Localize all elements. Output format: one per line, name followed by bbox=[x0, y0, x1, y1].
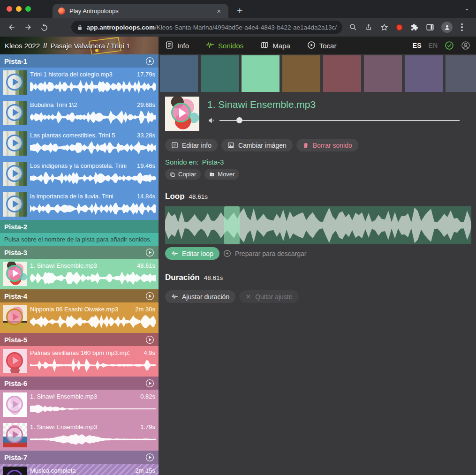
track-header-pista-5[interactable]: Pista-5 bbox=[0, 333, 159, 346]
zoom-window-button[interactable] bbox=[25, 6, 31, 12]
clip-row[interactable]: 1. Sinawi Ensemble.mp30.82s bbox=[0, 390, 159, 420]
volume-slider[interactable] bbox=[219, 120, 460, 121]
close-window-button[interactable] bbox=[7, 6, 12, 12]
track-header-pista-7[interactable]: Pista-7 bbox=[0, 451, 159, 464]
zoom-search-icon[interactable] bbox=[349, 23, 357, 31]
clip-row[interactable]: Las plantas comestibles. Trini 533.28s bbox=[0, 128, 159, 159]
track-play-icon[interactable] bbox=[145, 453, 154, 462]
remove-adjust-button[interactable]: Quitar ajuste bbox=[239, 290, 298, 303]
clip-artwork[interactable] bbox=[3, 131, 27, 156]
bookmark-star-icon[interactable] bbox=[380, 23, 389, 32]
clip-artwork[interactable] bbox=[3, 162, 27, 186]
track-header-pista-2[interactable]: Pista-2 bbox=[0, 220, 159, 233]
track-color-swatch[interactable] bbox=[323, 55, 361, 92]
delete-sound-button[interactable]: Borrar sonido bbox=[296, 139, 358, 151]
track-color-swatch[interactable] bbox=[405, 55, 443, 92]
clip-play-icon[interactable] bbox=[6, 470, 23, 475]
tab-info[interactable]: Info bbox=[165, 41, 189, 51]
clip-artwork[interactable] bbox=[3, 101, 27, 125]
clip-play-icon[interactable] bbox=[6, 104, 23, 121]
browser-menu-icon[interactable] bbox=[460, 23, 464, 31]
clip-row[interactable]: Musica completa2m 15s bbox=[0, 464, 159, 475]
browser-tab[interactable]: Play Antropoloops × bbox=[53, 4, 228, 18]
clip-artwork[interactable] bbox=[3, 423, 27, 447]
new-tab-button[interactable]: + bbox=[237, 5, 242, 17]
track-header-pista-1[interactable]: Pista-1 bbox=[0, 54, 159, 68]
track-header-pista-4[interactable]: Pista-4 bbox=[0, 289, 159, 302]
edit-info-button[interactable]: Editar info bbox=[165, 139, 218, 151]
change-image-button[interactable]: Cambiar imágen bbox=[221, 139, 293, 151]
clip-play-icon[interactable] bbox=[6, 135, 23, 151]
prepare-download-button[interactable]: Preparar para descargar bbox=[223, 249, 307, 257]
clip-artwork[interactable] bbox=[3, 392, 27, 417]
clip-row[interactable]: Palmas sevillanas 160 bpm mp3.mp34.9s bbox=[0, 346, 159, 377]
recording-extension-icon[interactable] bbox=[396, 24, 403, 31]
reload-icon[interactable] bbox=[40, 23, 49, 32]
track-play-icon[interactable] bbox=[145, 379, 154, 388]
track-color-swatch[interactable] bbox=[446, 55, 476, 92]
clip-play-icon[interactable] bbox=[6, 165, 23, 182]
profile-avatar[interactable] bbox=[441, 22, 453, 33]
sound-artwork[interactable] bbox=[165, 97, 199, 131]
sound-location-track-link[interactable]: Pista-3 bbox=[202, 158, 224, 166]
clip-play-icon[interactable] bbox=[6, 74, 23, 90]
volume-slider-thumb[interactable] bbox=[236, 117, 242, 123]
lang-es-button[interactable]: ES bbox=[413, 42, 422, 49]
clip-artwork[interactable] bbox=[3, 262, 27, 286]
track-header-pista-6[interactable]: Pista-6 bbox=[0, 377, 159, 390]
clip-row[interactable]: Los indigenas y la compostela. Trini19.4… bbox=[0, 159, 159, 189]
clip-row[interactable]: 1. Sinawi Ensemble.mp348.61s bbox=[0, 259, 159, 289]
tab-sonidos[interactable]: Sonidos bbox=[206, 41, 243, 51]
adjust-duration-button[interactable]: Ajustar duración bbox=[165, 290, 235, 303]
clip-play-icon[interactable] bbox=[6, 352, 23, 369]
clip-play-icon[interactable] bbox=[6, 265, 23, 282]
move-button[interactable]: Mover bbox=[204, 169, 239, 180]
minimize-window-button[interactable] bbox=[16, 6, 22, 12]
track-play-icon[interactable] bbox=[145, 335, 154, 344]
project-map-banner[interactable]: Kleos 2022 // Pasaje Valvanera / Trini 1 bbox=[0, 37, 159, 54]
track-color-swatch-selected[interactable] bbox=[242, 55, 280, 92]
copy-button[interactable]: Copiar bbox=[165, 169, 201, 180]
track-header-pista-3[interactable]: Pista-3 bbox=[0, 246, 159, 259]
breadcrumb-project[interactable]: Kleos 2022 bbox=[5, 42, 40, 50]
account-icon[interactable] bbox=[461, 41, 470, 50]
loop-waveform[interactable] bbox=[165, 206, 471, 244]
lang-en-button[interactable]: EN bbox=[429, 42, 438, 49]
track-play-icon[interactable] bbox=[145, 248, 154, 257]
track-color-swatch[interactable] bbox=[201, 55, 239, 92]
clip-row[interactable]: Bubulina Trini 1\229.68s bbox=[0, 98, 159, 128]
track-color-swatch[interactable] bbox=[282, 55, 320, 92]
clip-artwork[interactable] bbox=[3, 467, 27, 475]
clip-row[interactable]: 1. Sinawi Ensemble.mp31.79s bbox=[0, 420, 159, 451]
track-color-swatch[interactable] bbox=[160, 55, 198, 92]
tab-tocar[interactable]: Tocar bbox=[307, 41, 337, 51]
macos-window-controls[interactable] bbox=[7, 6, 31, 12]
clip-play-icon[interactable] bbox=[6, 396, 23, 413]
tab-mapa[interactable]: Mapa bbox=[260, 41, 290, 51]
tab-close-icon[interactable]: × bbox=[215, 7, 223, 15]
breadcrumb[interactable]: Kleos 2022 // Pasaje Valvanera / Trini 1 bbox=[5, 37, 130, 54]
tab-search-chevron-icon[interactable]: ⌄ bbox=[464, 5, 469, 12]
track-play-icon[interactable] bbox=[145, 292, 154, 301]
clip-play-icon[interactable] bbox=[6, 426, 23, 443]
play-overlay-icon[interactable] bbox=[171, 103, 191, 122]
sync-check-icon[interactable] bbox=[445, 41, 454, 50]
track-play-icon[interactable] bbox=[145, 57, 154, 66]
clip-play-icon[interactable] bbox=[6, 196, 23, 212]
edit-loop-button[interactable]: Editar loop bbox=[165, 247, 219, 260]
clip-play-icon[interactable] bbox=[6, 309, 23, 325]
forward-icon[interactable] bbox=[23, 23, 33, 32]
clip-row[interactable]: Trini 1 historia del colegio.mp317.79s bbox=[0, 68, 159, 98]
address-bar[interactable]: app.antropoloops.com/Kleos-Santa-Marina/… bbox=[71, 21, 342, 34]
clip-artwork[interactable] bbox=[3, 70, 27, 95]
breadcrumb-page[interactable]: Pasaje Valvanera / Trini 1 bbox=[50, 42, 130, 50]
track-color-swatch[interactable] bbox=[364, 55, 402, 92]
side-panel-icon[interactable] bbox=[426, 23, 434, 31]
clip-row[interactable]: Nipponia 06 Esashi Oiwake.mp32m 30s bbox=[0, 302, 159, 333]
back-icon[interactable] bbox=[7, 23, 16, 32]
clip-artwork[interactable] bbox=[3, 305, 27, 330]
clip-row[interactable]: la importancia de la lluvia. Trini14.84s bbox=[0, 189, 159, 220]
clip-artwork[interactable] bbox=[3, 349, 27, 373]
share-icon[interactable] bbox=[364, 23, 373, 31]
extensions-puzzle-icon[interactable] bbox=[410, 23, 419, 32]
